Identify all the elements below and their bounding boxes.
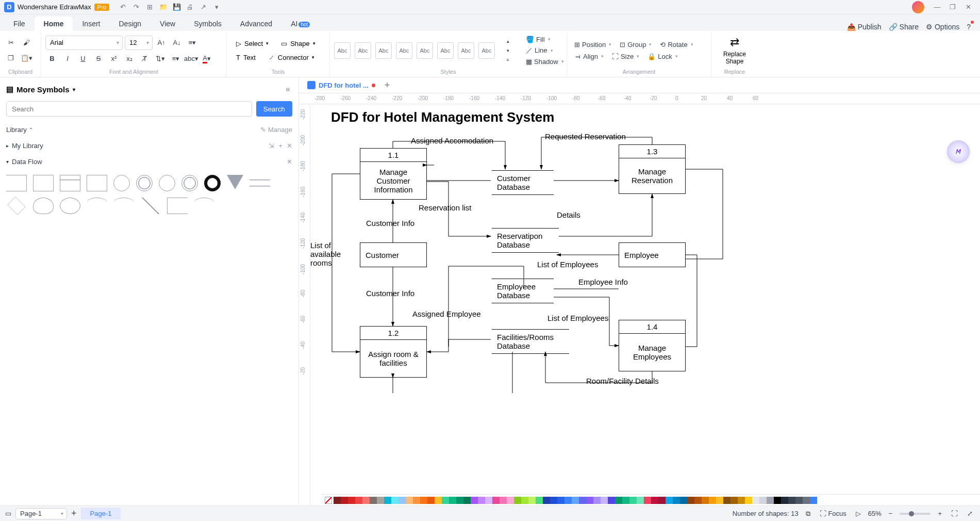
page-view-icon[interactable]: ▭ [5, 510, 11, 517]
color-swatch[interactable] [341, 497, 348, 504]
color-swatch[interactable] [608, 497, 615, 504]
shape-arc-2[interactable] [113, 198, 134, 208]
import-lib-icon[interactable]: ⇲ [269, 142, 274, 150]
color-swatch[interactable] [543, 497, 550, 504]
presentation-icon[interactable]: ▷ [854, 509, 863, 518]
flow-reservation-list[interactable]: Reservation list [419, 203, 472, 212]
font-family-select[interactable]: Arial [45, 36, 123, 50]
fill-dropdown[interactable]: 🪣 Fill▾ [523, 35, 567, 44]
shape-double-circle-2[interactable] [181, 175, 198, 191]
shape-line[interactable] [140, 198, 161, 214]
zoom-in-button[interactable]: + [936, 509, 944, 518]
color-swatch[interactable] [644, 497, 651, 504]
subscript-icon[interactable]: x₂ [123, 52, 136, 66]
menu-symbols[interactable]: Symbols [185, 17, 231, 31]
library-header[interactable]: Library ⌃ ✎ Manage [0, 122, 298, 138]
color-swatch[interactable] [730, 497, 738, 504]
line-dropdown[interactable]: ／ Line▾ [523, 45, 567, 56]
color-swatch[interactable] [377, 497, 384, 504]
close-lib-icon[interactable]: ✕ [287, 142, 292, 150]
flow-assigned-accom[interactable]: Assigned Accomodation [411, 136, 493, 145]
shape-flag[interactable] [167, 198, 188, 214]
format-painter-icon[interactable]: 🖌 [20, 36, 33, 50]
undo-icon[interactable]: ↶ [117, 2, 130, 13]
shape-arc[interactable] [87, 198, 107, 208]
page-tab[interactable]: Page-1 [81, 508, 121, 519]
focus-button[interactable]: ⛶ Focus [818, 509, 849, 518]
flow-list-emp-2[interactable]: List of Employees [547, 314, 608, 322]
color-swatch[interactable] [615, 497, 622, 504]
color-swatch[interactable] [500, 497, 507, 504]
color-swatch[interactable] [362, 497, 370, 504]
options-button[interactable]: ⚙Options [926, 23, 959, 31]
menu-file[interactable]: File [4, 17, 35, 31]
flow-list-rooms[interactable]: List of available rooms [310, 241, 350, 267]
shape-datastore[interactable] [250, 175, 270, 191]
color-swatch[interactable] [391, 497, 398, 504]
shape-ellipse[interactable] [60, 198, 80, 214]
color-swatch[interactable] [514, 497, 521, 504]
process-1-4[interactable]: 1.4Manage Employees [619, 320, 686, 371]
shape-rect[interactable] [33, 175, 54, 191]
color-swatch[interactable] [572, 497, 579, 504]
style-preset-1[interactable]: Abc [355, 42, 371, 59]
copy-icon[interactable]: ❐ [4, 52, 18, 65]
color-swatch[interactable] [637, 497, 644, 504]
process-1-3[interactable]: 1.3Manage Reservation [619, 144, 686, 194]
color-swatch[interactable] [456, 497, 463, 504]
new-icon[interactable]: ⊞ [143, 2, 157, 13]
color-swatch[interactable] [370, 497, 377, 504]
color-swatch[interactable] [687, 497, 694, 504]
shape-circle[interactable] [113, 175, 130, 191]
color-swatch[interactable] [694, 497, 702, 504]
position-dropdown[interactable]: ⊞ Position▾ [571, 40, 614, 50]
decrease-font-icon[interactable]: A↓ [170, 36, 184, 50]
text-transform-icon[interactable]: abc▾ [185, 52, 198, 66]
color-swatch[interactable] [442, 497, 449, 504]
drawing-canvas[interactable]: DFD for Hotel Management System 1.1Manag… [310, 104, 980, 506]
fit-page-icon[interactable]: ⛶ [949, 509, 960, 518]
user-avatar[interactable] [912, 1, 924, 13]
color-swatch[interactable] [398, 497, 406, 504]
shape-rect-2[interactable] [87, 175, 107, 191]
menu-home[interactable]: Home [35, 17, 73, 31]
my-library-row[interactable]: ▸My Library ⇲ + ✕ [0, 138, 298, 154]
color-swatch[interactable] [666, 497, 673, 504]
color-swatch[interactable] [528, 497, 536, 504]
font-size-select[interactable]: 12 [125, 36, 153, 50]
share-button[interactable]: 🔗Share [889, 23, 919, 31]
flow-requested-res[interactable]: Requested Reservation [545, 132, 626, 141]
flow-room-details[interactable]: Room/Facility Details [586, 377, 659, 385]
select-tool[interactable]: ▷ Select ▾ [231, 38, 274, 50]
flow-emp-info[interactable]: Employee Info [578, 278, 628, 286]
color-swatch[interactable] [658, 497, 666, 504]
rotate-dropdown[interactable]: ⟲ Rotate▾ [657, 40, 696, 50]
text-tool[interactable]: T Text [231, 52, 261, 63]
add-tab-button[interactable]: + [385, 80, 390, 91]
color-swatch[interactable] [435, 497, 442, 504]
font-color-icon[interactable]: A▾ [200, 52, 213, 66]
color-swatch[interactable] [803, 497, 810, 504]
color-swatch[interactable] [463, 497, 471, 504]
open-icon[interactable]: 📁 [157, 2, 170, 13]
color-swatch[interactable] [774, 497, 781, 504]
symbol-search-button[interactable]: Search [256, 101, 292, 117]
minimize-button[interactable]: — [929, 3, 945, 11]
color-swatch[interactable] [413, 497, 420, 504]
add-page-button[interactable]: + [71, 508, 77, 519]
color-swatch[interactable] [680, 497, 687, 504]
shape-tool[interactable]: ▭ Shape ▾ [276, 38, 321, 50]
color-swatch[interactable] [601, 497, 608, 504]
color-swatch[interactable] [550, 497, 557, 504]
shape-rect-header[interactable] [60, 175, 80, 191]
print-icon[interactable]: 🖨 [184, 2, 197, 13]
replace-shape-button[interactable]: ⇄ Replace Shape [716, 36, 754, 64]
color-swatch[interactable] [716, 497, 723, 504]
store-employee-db[interactable]: Employeee Database [492, 279, 554, 303]
color-swatch[interactable] [536, 497, 543, 504]
fullscreen-icon[interactable]: ⤢ [965, 509, 975, 518]
color-swatch[interactable] [593, 497, 601, 504]
color-swatch[interactable] [795, 497, 803, 504]
color-swatch[interactable] [586, 497, 593, 504]
lock-dropdown[interactable]: 🔒 Lock▾ [644, 52, 680, 61]
